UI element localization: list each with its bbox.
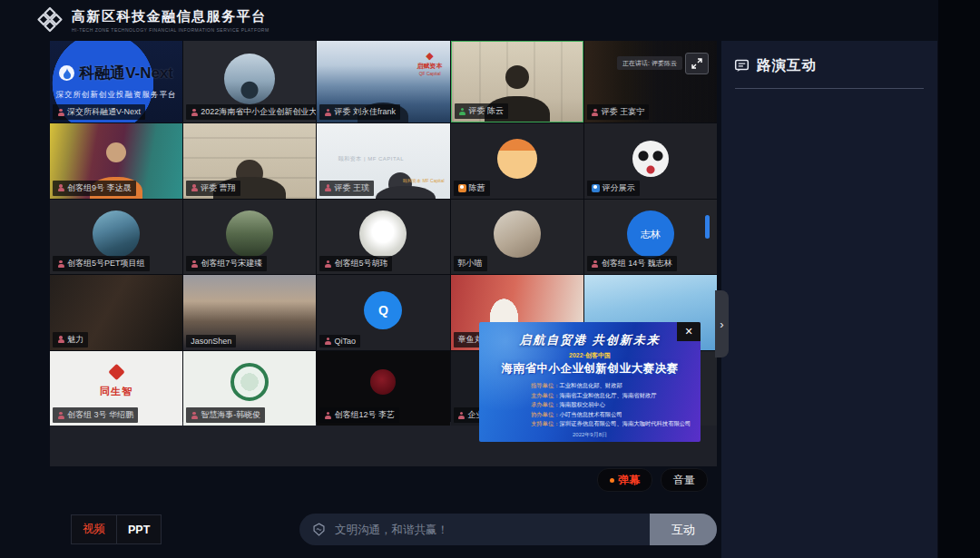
person-icon: [191, 260, 198, 268]
scrollbar-thumb[interactable]: [705, 215, 710, 239]
person-icon: [458, 412, 466, 419]
video-tile[interactable]: 志林 创客组 14号 魏志林: [584, 200, 717, 275]
participant-label: 评委 刘永佳frank: [319, 104, 400, 120]
corner-mark-text: 颐和资本 MF Capital: [403, 178, 445, 184]
participant-label: 创客组5号胡玮: [319, 256, 392, 271]
chat-bubble-icon: [734, 58, 750, 73]
popup-brand: 2022·创客中国: [479, 351, 701, 360]
person-icon: [57, 336, 64, 343]
person-icon: [191, 109, 198, 116]
video-tile[interactable]: 评分展示: [584, 123, 717, 199]
initials-avatar: Q: [364, 291, 402, 329]
watermark-text: 颐和资本 | MF CAPITAL: [338, 155, 404, 163]
chat-input[interactable]: [326, 523, 650, 537]
person-icon: [324, 109, 331, 116]
speaking-banner: 正在讲话: 评委陈云: [617, 56, 682, 70]
kerongtong-card: 科融通V-Next 深交所创新创业投融资服务平台: [50, 63, 182, 101]
participant-label: 陈茜: [454, 181, 490, 196]
person-icon: [324, 412, 331, 419]
person-icon: [592, 109, 599, 116]
video-tile[interactable]: 创客组12号 李艺: [317, 351, 449, 426]
person-icon: [191, 184, 198, 191]
platform-subtitle: HI-TECH ZONE TECHNOLOGY FINANCIAL INFORM…: [72, 27, 270, 33]
video-tile[interactable]: 颐和资本 | MF CAPITAL 颐和资本 MF Capital 评委 王璞: [317, 123, 449, 199]
participant-label: 创客组 14号 魏志林: [587, 256, 677, 271]
droplet-icon: [59, 65, 74, 81]
popup-credit-lines: 指导单位：工业和信息化部、财政部 主办单位：海南省工业和信息化厅、海南省财政厅 …: [531, 381, 701, 429]
company-logo: 同生智: [100, 367, 132, 398]
video-tile[interactable]: ◆ 启赋资本 QF Capital 评委 刘永佳frank: [317, 41, 449, 122]
sidebar-header: 路演互动: [721, 41, 937, 75]
participant-label: 评委 陈云: [455, 103, 509, 119]
chat-input-bar: 互动: [299, 514, 717, 545]
video-tile[interactable]: 陈茜: [451, 123, 583, 199]
chat-seal-icon: [312, 523, 326, 536]
participant-label: 创客组9号 李达晟: [53, 181, 136, 196]
person-icon: [57, 412, 64, 419]
volume-button[interactable]: 音量: [661, 468, 708, 492]
contest-banner-popup: ✕ 启航自贸港 共创新未来 2022·创客中国 海南省中小企业创新创业大赛决赛 …: [479, 322, 701, 442]
video-tile[interactable]: JasonShen: [183, 275, 316, 350]
avatar: [497, 139, 537, 179]
participant-label: 智慧海事-韩晓俊: [186, 407, 265, 423]
participant-label: 评委 王璞: [319, 181, 374, 196]
popup-title: 海南省中小企业创新创业大赛决赛: [479, 361, 701, 377]
avatar: [494, 210, 541, 258]
participant-label: 评委 王宴宁: [587, 104, 650, 120]
video-tile[interactable]: 创客组9号 李达晟: [50, 123, 182, 199]
video-tile[interactable]: 创客组7号宋建臻: [183, 200, 316, 275]
avatar: [226, 210, 273, 258]
video-tile[interactable]: 创客组5号PET项目组: [50, 200, 182, 275]
roadshow-page: 高新区科技金融信息服务平台 HI-TECH ZONE TECHNOLOGY FI…: [0, 0, 980, 558]
person-icon: [57, 184, 64, 191]
video-tile[interactable]: 同生智 创客组 3号 华绍鹏: [50, 351, 182, 426]
sidebar-divider: [735, 88, 924, 89]
person-badge-icon: [458, 184, 466, 192]
participant-label: JasonShen: [186, 335, 236, 348]
send-button[interactable]: 互动: [650, 514, 717, 545]
close-icon[interactable]: ✕: [677, 322, 701, 341]
danmaku-toggle[interactable]: 弹幕: [597, 468, 652, 492]
video-tile[interactable]: 创客组5号胡玮: [317, 200, 449, 275]
participant-label: 魅力: [53, 332, 88, 348]
video-tile[interactable]: 正在讲话: 评委陈云 评委 王宴宁: [584, 41, 717, 122]
person-icon: [324, 260, 331, 268]
person-icon: [592, 260, 599, 268]
header: 高新区科技金融信息服务平台 HI-TECH ZONE TECHNOLOGY FI…: [0, 0, 980, 38]
avatar: [93, 210, 140, 258]
panda-avatar: [632, 141, 669, 177]
video-tile[interactable]: 魅力: [50, 275, 182, 350]
participant-label: 评分展示: [587, 181, 640, 196]
participant-label: 评委 曹翔: [186, 181, 240, 196]
person-icon: [191, 412, 198, 419]
video-tile[interactable]: 评委 曹翔: [183, 123, 316, 199]
video-tile[interactable]: 智慧海事-韩晓俊: [183, 351, 316, 426]
popup-slogan: 启航自贸港 共创新未来: [479, 332, 701, 348]
qf-capital-logo: ◆ 启赋资本 QF Capital: [417, 50, 443, 76]
avatar: [370, 369, 396, 395]
participant-label: 2022海南省中小企业创新创业大赛: [186, 104, 316, 120]
video-tile[interactable]: 2022海南省中小企业创新创业大赛: [183, 41, 316, 122]
video-tile[interactable]: Q QiTao: [317, 275, 449, 350]
participant-label: 创客组7号宋建臻: [186, 256, 267, 271]
speaking-person-icon: [459, 108, 466, 115]
person-icon: [324, 184, 331, 191]
interaction-sidebar: 路演互动: [721, 41, 937, 558]
platform-logo: 高新区科技金融信息服务平台 HI-TECH ZONE TECHNOLOGY FI…: [36, 6, 270, 34]
emblem-avatar: [230, 363, 269, 401]
video-tile[interactable]: 郭小喵: [451, 200, 583, 275]
participant-label: 创客组 3号 华绍鹏: [53, 407, 138, 423]
avatar: [224, 54, 275, 104]
chevron-right-icon[interactable]: ›: [715, 290, 729, 357]
video-tile[interactable]: 科融通V-Next 深交所创新创业投融资服务平台 深交所科融通V-Next: [50, 41, 182, 122]
person-icon: [57, 109, 64, 116]
avatar: [359, 210, 407, 258]
brand-subtitle: 深交所创新创业投融资服务平台: [50, 90, 182, 101]
popup-date: 2022年9月8日: [479, 431, 701, 439]
diamond-icon: ◆: [417, 50, 443, 63]
tab-video[interactable]: 视频: [71, 514, 117, 544]
tab-ppt[interactable]: PPT: [117, 514, 162, 544]
person-icon: [57, 260, 64, 268]
fullscreen-expand-icon[interactable]: [685, 53, 709, 74]
video-tile-speaking[interactable]: 评委 陈云: [451, 41, 583, 122]
